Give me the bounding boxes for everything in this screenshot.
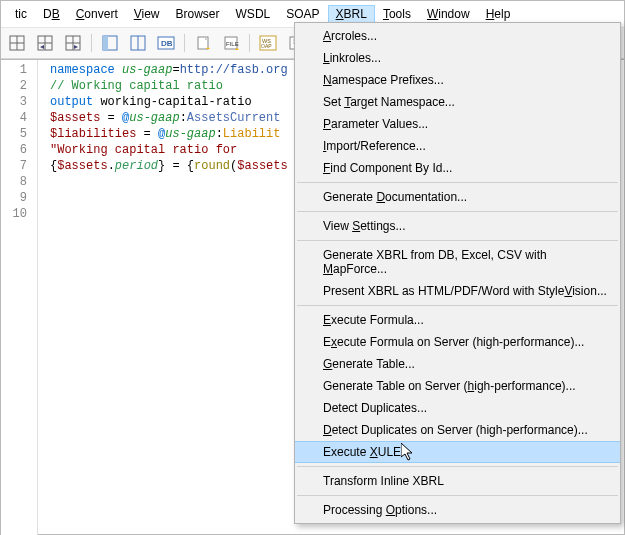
line-number: 10: [1, 206, 37, 222]
toolbar-sep: [91, 34, 92, 52]
line-number: 1: [1, 62, 37, 78]
panel-left-icon[interactable]: [98, 31, 122, 55]
menu-item-generate-xbrl-from-db-excel-csv-with-mapforce[interactable]: Generate XBRL from DB, Excel, CSV with M…: [295, 244, 620, 280]
menu-separator: [297, 466, 618, 467]
menu-tools[interactable]: Tools: [375, 5, 419, 23]
panel-split-icon[interactable]: [126, 31, 150, 55]
svg-text:DB: DB: [161, 39, 173, 48]
xbrl-menu-dropdown: Arcroles...Linkroles...Namespace Prefixe…: [294, 22, 621, 524]
menu-item-present-xbrl-as-html-pdf-word-with-stylevision[interactable]: Present XBRL as HTML/PDF/Word with Style…: [295, 280, 620, 302]
menu-view[interactable]: View: [126, 5, 168, 23]
svg-marker-10: [74, 45, 78, 49]
menu-browser[interactable]: Browser: [168, 5, 228, 23]
menu-xbrl[interactable]: XBRL: [328, 5, 375, 23]
menu-item-execute-formula[interactable]: Execute Formula...: [295, 309, 620, 331]
line-number: 7: [1, 158, 37, 174]
menu-item-parameter-values[interactable]: Parameter Values...: [295, 113, 620, 135]
svg-rect-12: [103, 36, 108, 50]
menu-separator: [297, 182, 618, 183]
menu-soap[interactable]: SOAP: [278, 5, 327, 23]
line-number: 8: [1, 174, 37, 190]
menu-db[interactable]: DB: [35, 5, 68, 23]
menu-item-set-target-namespace[interactable]: Set Target Namespace...: [295, 91, 620, 113]
ws-soap-icon[interactable]: WSOAP: [256, 31, 280, 55]
line-number: 5: [1, 126, 37, 142]
svg-marker-6: [40, 45, 44, 49]
menu-help[interactable]: Help: [478, 5, 519, 23]
menu-item-namespace-prefixes[interactable]: Namespace Prefixes...: [295, 69, 620, 91]
menu-item-processing-options[interactable]: Processing Options...: [295, 499, 620, 521]
svg-text:OAP: OAP: [261, 43, 272, 49]
line-number: 6: [1, 142, 37, 158]
toolbar-sep: [249, 34, 250, 52]
db-badge-icon[interactable]: DB: [154, 31, 178, 55]
menu-item-import-reference[interactable]: Import/Reference...: [295, 135, 620, 157]
menu-tic[interactable]: tic: [7, 5, 35, 23]
line-number: 9: [1, 190, 37, 206]
menu-item-arcroles[interactable]: Arcroles...: [295, 25, 620, 47]
grid-icon[interactable]: [5, 31, 29, 55]
toolbar-sep: [184, 34, 185, 52]
file-badge-icon[interactable]: FILE: [219, 31, 243, 55]
menu-item-find-component-by-id[interactable]: Find Component By Id...: [295, 157, 620, 179]
line-number-gutter: 12345678910: [1, 60, 38, 535]
menu-item-detect-duplicates-on-server-high-performance[interactable]: Detect Duplicates on Server (high-perfor…: [295, 419, 620, 441]
menu-item-transform-inline-xbrl[interactable]: Transform Inline XBRL: [295, 470, 620, 492]
menu-separator: [297, 240, 618, 241]
menu-item-execute-xule[interactable]: Execute XULE: [295, 441, 620, 463]
menu-item-view-settings[interactable]: View Settings...: [295, 215, 620, 237]
line-number: 3: [1, 94, 37, 110]
menu-wsdl[interactable]: WSDL: [228, 5, 279, 23]
menu-item-generate-table[interactable]: Generate Table...: [295, 353, 620, 375]
menu-separator: [297, 211, 618, 212]
menu-item-generate-table-on-server-high-performance[interactable]: Generate Table on Server (high-performan…: [295, 375, 620, 397]
line-number: 2: [1, 78, 37, 94]
menu-item-generate-documentation[interactable]: Generate Documentation...: [295, 186, 620, 208]
menu-separator: [297, 495, 618, 496]
grid-arrow-left-icon[interactable]: [33, 31, 57, 55]
menu-convert[interactable]: Convert: [68, 5, 126, 23]
menu-separator: [297, 305, 618, 306]
menu-item-execute-formula-on-server-high-performance[interactable]: Execute Formula on Server (high-performa…: [295, 331, 620, 353]
menu-window[interactable]: Window: [419, 5, 478, 23]
menu-item-detect-duplicates[interactable]: Detect Duplicates...: [295, 397, 620, 419]
svg-text:FILE: FILE: [226, 41, 239, 47]
page-star-icon[interactable]: [191, 31, 215, 55]
menu-item-linkroles[interactable]: Linkroles...: [295, 47, 620, 69]
line-number: 4: [1, 110, 37, 126]
grid-arrow-right-icon[interactable]: [61, 31, 85, 55]
